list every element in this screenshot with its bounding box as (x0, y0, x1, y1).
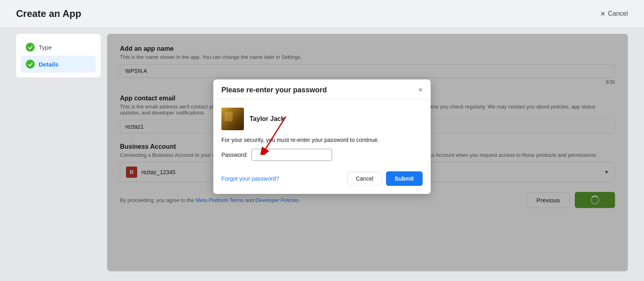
forgot-password-link[interactable]: Forgot your password? (221, 175, 279, 182)
page-header: Create an App ✕ Cancel (0, 0, 644, 27)
check-icon-details (26, 60, 35, 69)
password-modal: Please re-enter your password × Taylor J… (213, 79, 431, 194)
modal-footer: Forgot your password? Cancel Submit (213, 171, 431, 194)
password-row: Password: (221, 149, 423, 161)
user-info-row: Taylor Jack (221, 108, 423, 130)
modal-title: Please re-enter your password (221, 86, 327, 94)
sidebar: Type Details (16, 34, 101, 77)
sidebar-label-type: Type (39, 44, 52, 51)
modal-actions: Cancel Submit (347, 171, 423, 186)
password-label: Password: (221, 152, 248, 158)
modal-cancel-button[interactable]: Cancel (347, 172, 382, 185)
page-title: Create an App (16, 8, 81, 19)
sidebar-item-details[interactable]: Details (21, 56, 96, 73)
close-icon: ✕ (600, 10, 605, 18)
sidebar-label-details: Details (39, 61, 58, 68)
sidebar-item-type[interactable]: Type (21, 39, 96, 56)
modal-close-button[interactable]: × (418, 86, 423, 94)
password-input[interactable] (252, 149, 332, 161)
cancel-button[interactable]: ✕ Cancel (600, 10, 628, 18)
check-icon-type (26, 43, 35, 52)
modal-submit-button[interactable]: Submit (386, 171, 423, 186)
user-name: Taylor Jack (250, 115, 285, 123)
modal-body: Taylor Jack For your security, you must … (213, 100, 431, 171)
modal-header: Please re-enter your password × (213, 79, 431, 100)
user-avatar (221, 108, 244, 130)
security-text: For your security, you must re-enter you… (221, 137, 423, 143)
